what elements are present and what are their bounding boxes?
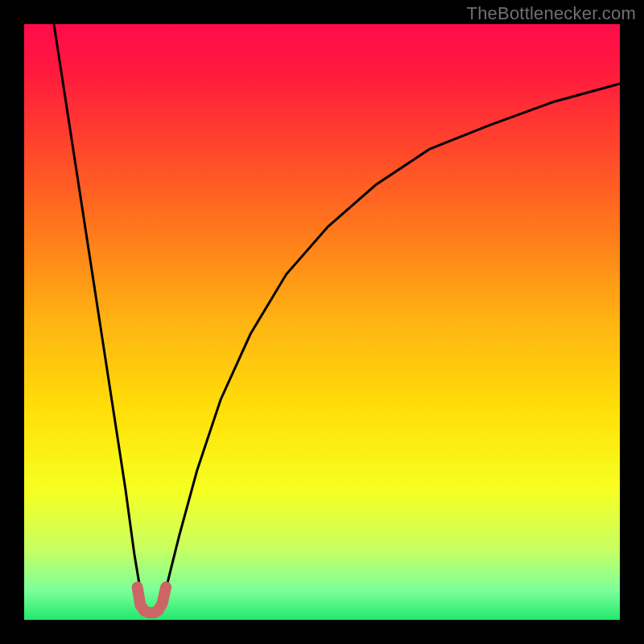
outer-frame: TheBottlenecker.com bbox=[0, 0, 644, 644]
watermark-text: TheBottlenecker.com bbox=[467, 3, 636, 24]
curve-layer bbox=[24, 24, 620, 620]
dip-marker-icon bbox=[138, 587, 167, 613]
bottleneck-curve-left bbox=[54, 24, 145, 608]
bottleneck-curve-right bbox=[160, 84, 620, 608]
plot-area bbox=[24, 24, 620, 620]
